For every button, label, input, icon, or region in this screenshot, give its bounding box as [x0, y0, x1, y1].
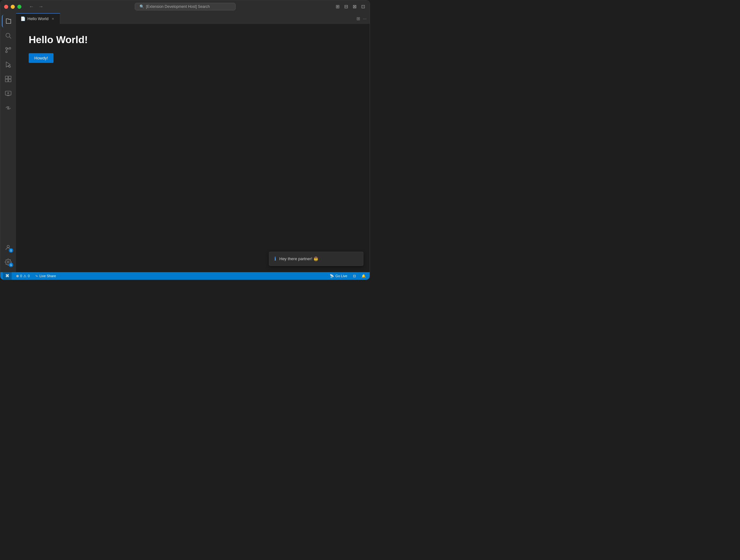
- error-icon: ⊗: [16, 274, 19, 278]
- customize-layout-icon[interactable]: ⊡: [361, 3, 366, 10]
- sidebar-item-run-debug[interactable]: [2, 58, 14, 71]
- page-title: Hello World!: [29, 34, 357, 45]
- status-bar-right: 📡 Go Live ⊡ 🔔: [329, 272, 367, 280]
- minimize-button[interactable]: [11, 5, 15, 9]
- bell-icon: 🔔: [362, 274, 366, 278]
- go-live-status[interactable]: 📡 Go Live: [329, 272, 349, 280]
- command-palette[interactable]: 🔍 [Extension Development Host] Search: [135, 3, 236, 10]
- back-button[interactable]: ←: [28, 3, 35, 10]
- close-button[interactable]: [4, 5, 8, 9]
- activity-bar: 1 1: [0, 13, 16, 272]
- sidebar-item-explorer[interactable]: [2, 15, 14, 27]
- tab-file-icon: 📄: [20, 16, 25, 21]
- activity-bar-top: [2, 15, 14, 241]
- activity-bar-bottom: 1 1: [2, 241, 14, 270]
- tab-bar-actions: ⊞ ···: [353, 13, 370, 24]
- notification-message: Hey there partner! 🤠: [279, 256, 318, 261]
- svg-point-16: [7, 245, 9, 248]
- svg-point-4: [6, 51, 8, 53]
- sidebar-item-source-control[interactable]: [2, 44, 14, 56]
- sidebar-item-remote-explorer[interactable]: [2, 87, 14, 100]
- remote-icon: ⌘: [5, 274, 9, 278]
- go-live-icon: 📡: [330, 274, 334, 278]
- tab-close-button[interactable]: ×: [51, 16, 56, 21]
- broadcast-icon: ⊡: [353, 274, 356, 278]
- search-icon: 🔍: [140, 4, 144, 9]
- traffic-lights: [4, 5, 21, 9]
- svg-rect-12: [5, 91, 11, 95]
- toggle-sidebar-icon[interactable]: ⊠: [352, 3, 357, 10]
- toggle-panel-icon[interactable]: ⊟: [344, 3, 349, 10]
- sidebar-item-extensions[interactable]: [2, 73, 14, 85]
- sidebar-item-accounts[interactable]: 1: [2, 241, 14, 254]
- forward-button[interactable]: →: [37, 3, 45, 10]
- live-share-icon: ⤷: [35, 274, 38, 278]
- svg-line-1: [9, 37, 11, 38]
- live-share-status[interactable]: ⤷ Live Share: [34, 272, 57, 280]
- info-icon: ℹ: [274, 256, 276, 262]
- svg-point-13: [8, 93, 9, 94]
- howdy-button[interactable]: Howdy!: [29, 53, 54, 63]
- status-bar: ⌘ ⊗ 0 ⚠ 0 ⤷ Live Share 📡 Go Live ⊡ 🔔: [0, 272, 370, 280]
- tab-bar: 📄 Hello World × ⊞ ···: [16, 13, 370, 24]
- svg-rect-10: [5, 79, 8, 82]
- notification-toast: ℹ Hey there partner! 🤠: [269, 252, 363, 266]
- svg-point-15: [8, 107, 9, 109]
- main-layout: 1 1 📄 Hello World × ⊞ ···: [0, 13, 370, 272]
- status-bar-left: ⌘ ⊗ 0 ⚠ 0 ⤷ Live Share: [3, 272, 329, 280]
- titlebar: ← → 🔍 [Extension Development Host] Searc…: [0, 0, 370, 13]
- sidebar-item-copilot[interactable]: [2, 102, 14, 114]
- sidebar-item-search[interactable]: [2, 29, 14, 42]
- search-placeholder: [Extension Development Host] Search: [146, 4, 210, 9]
- editor-tab-hello-world[interactable]: 📄 Hello World ×: [16, 13, 60, 24]
- editor-content: Hello World! Howdy! ℹ Hey there partner!…: [16, 24, 370, 272]
- warning-icon: ⚠: [23, 274, 26, 278]
- svg-point-6: [9, 66, 11, 68]
- svg-point-17: [7, 261, 9, 263]
- svg-rect-11: [8, 79, 11, 82]
- error-count: 0: [20, 274, 22, 278]
- titlebar-right: ⊞ ⊟ ⊠ ⊡: [335, 3, 366, 10]
- editor-area: 📄 Hello World × ⊞ ··· Hello World! Howdy…: [16, 13, 370, 272]
- svg-rect-8: [5, 76, 8, 79]
- split-editor-icon[interactable]: ⊞: [335, 3, 341, 10]
- maximize-button[interactable]: [17, 5, 21, 9]
- svg-point-2: [6, 47, 8, 49]
- go-live-label: Go Live: [335, 274, 347, 278]
- notifications-status[interactable]: 🔔: [360, 272, 367, 280]
- more-actions-icon[interactable]: ···: [363, 16, 367, 21]
- tab-label: Hello World: [27, 16, 49, 21]
- errors-status[interactable]: ⊗ 0 ⚠ 0: [15, 272, 31, 280]
- sidebar-item-settings[interactable]: 1: [2, 256, 14, 268]
- svg-point-3: [9, 47, 11, 49]
- svg-point-0: [6, 33, 10, 37]
- live-share-label: Live Share: [39, 274, 56, 278]
- accounts-badge: 1: [9, 248, 13, 253]
- warning-count: 0: [28, 274, 29, 278]
- broadcast-icon-status[interactable]: ⊡: [352, 272, 357, 280]
- remote-indicator[interactable]: ⌘: [3, 272, 12, 280]
- settings-badge: 1: [9, 263, 13, 267]
- svg-rect-9: [8, 76, 11, 79]
- split-editor-tab-icon[interactable]: ⊞: [357, 16, 360, 21]
- titlebar-nav: ← →: [28, 3, 45, 10]
